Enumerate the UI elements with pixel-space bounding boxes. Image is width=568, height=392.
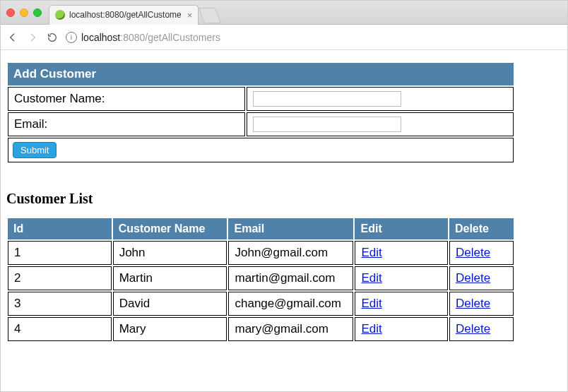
window-close-button[interactable] — [6, 8, 15, 17]
cell-delete: Delete — [449, 266, 514, 290]
table-row: 4Marymary@gmail.comEditDelete — [8, 317, 514, 341]
col-header-delete: Delete — [449, 218, 514, 239]
cell-edit: Edit — [355, 292, 447, 316]
new-tab-button[interactable] — [199, 8, 221, 23]
cell-email: martin@gmail.com — [228, 266, 353, 290]
browser-window: localhost:8080/getAllCustome × i localho… — [0, 0, 568, 392]
edit-link[interactable]: Edit — [361, 271, 381, 285]
tab-bar: localhost:8080/getAllCustome × — [1, 1, 567, 25]
customer-name-label: Customer Name: — [8, 87, 245, 111]
browser-toolbar: i localhost:8080/getAllCustomers — [1, 25, 567, 50]
submit-button[interactable]: Submit — [13, 142, 57, 158]
add-customer-form: Add Customer Customer Name: Email: Submi… — [6, 61, 515, 164]
forward-button[interactable] — [26, 31, 39, 44]
site-info-icon[interactable]: i — [66, 32, 77, 43]
cell-email: John@gmail.com — [228, 241, 353, 265]
delete-link[interactable]: Delete — [456, 246, 490, 259]
window-minimize-button[interactable] — [20, 8, 28, 17]
email-input[interactable] — [253, 117, 401, 132]
table-header-row: Id Customer Name Email Edit Delete — [8, 218, 514, 239]
cell-edit: Edit — [355, 317, 447, 341]
customer-name-input[interactable] — [253, 91, 401, 107]
delete-link[interactable]: Delete — [456, 322, 490, 335]
cell-edit: Edit — [355, 266, 447, 290]
customer-list-title: Customer List — [6, 191, 562, 207]
delete-link[interactable]: Delete — [456, 271, 490, 285]
table-row: 3Davidchange@gmail.comEditDelete — [8, 292, 514, 316]
reload-button[interactable] — [46, 31, 59, 44]
cell-name: David — [113, 292, 227, 316]
edit-link[interactable]: Edit — [361, 246, 381, 259]
cell-edit: Edit — [355, 241, 447, 265]
cell-delete: Delete — [449, 317, 514, 341]
url-port: :8080 — [120, 32, 145, 43]
window-maximize-button[interactable] — [33, 8, 42, 17]
form-header: Add Customer — [8, 63, 514, 85]
submit-row: Submit — [8, 138, 514, 162]
table-row: 2Martinmartin@gmail.comEditDelete — [8, 266, 514, 290]
cell-name: John — [113, 241, 227, 265]
tab-close-icon[interactable]: × — [187, 10, 193, 20]
back-button[interactable] — [6, 31, 19, 44]
edit-link[interactable]: Edit — [361, 297, 381, 310]
page-content: Add Customer Customer Name: Email: Submi… — [1, 50, 567, 343]
browser-tab[interactable]: localhost:8080/getAllCustome × — [49, 5, 199, 25]
col-header-edit: Edit — [355, 218, 447, 239]
cell-id: 2 — [8, 266, 112, 290]
cell-id: 4 — [8, 317, 112, 341]
favicon-icon — [55, 10, 65, 20]
cell-name: Martin — [113, 266, 227, 290]
customer-name-cell — [247, 87, 514, 111]
address-bar[interactable]: i localhost:8080/getAllCustomers — [66, 32, 220, 43]
cell-email: change@gmail.com — [228, 292, 353, 316]
url-host: localhost — [81, 32, 120, 43]
cell-id: 1 — [8, 241, 112, 265]
email-label: Email: — [8, 112, 245, 136]
email-cell — [247, 112, 514, 136]
delete-link[interactable]: Delete — [456, 297, 490, 310]
customer-list-table: Id Customer Name Email Edit Delete 1John… — [6, 217, 515, 343]
table-row: 1JohnJohn@gmail.comEditDelete — [8, 241, 514, 265]
cell-id: 3 — [8, 292, 112, 316]
cell-delete: Delete — [449, 241, 514, 265]
cell-delete: Delete — [449, 292, 514, 316]
edit-link[interactable]: Edit — [361, 322, 381, 335]
url-path: /getAllCustomers — [145, 32, 220, 43]
col-header-name: Customer Name — [113, 218, 227, 239]
cell-email: mary@gmail.com — [228, 317, 353, 341]
tab-title: localhost:8080/getAllCustome — [69, 10, 182, 20]
col-header-email: Email — [228, 218, 353, 239]
cell-name: Mary — [113, 317, 227, 341]
col-header-id: Id — [8, 218, 112, 239]
window-controls — [6, 8, 42, 17]
